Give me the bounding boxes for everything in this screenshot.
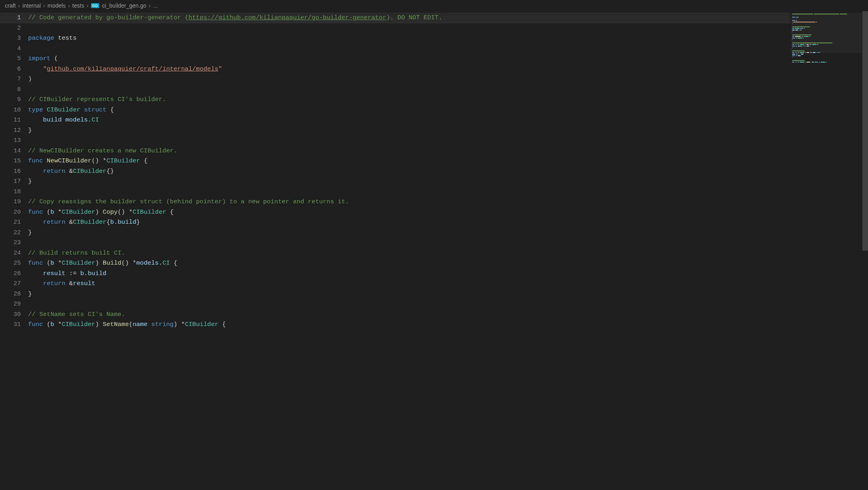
- line-number[interactable]: 6: [0, 64, 21, 75]
- code-line[interactable]: return &CIBuilder{b.build}: [28, 217, 790, 228]
- line-number[interactable]: 25: [0, 258, 21, 269]
- breadcrumb-item-craft[interactable]: craft: [5, 2, 16, 9]
- breadcrumb-item-tests[interactable]: tests: [72, 2, 84, 9]
- line-gutter[interactable]: 1234567891011121314151617181920212223242…: [0, 11, 28, 490]
- code-line[interactable]: [28, 238, 790, 248]
- line-number[interactable]: 17: [0, 176, 21, 187]
- line-number[interactable]: 20: [0, 207, 21, 218]
- breadcrumb[interactable]: craft › internal › models › tests › GO c…: [0, 0, 868, 11]
- code-line[interactable]: import (: [28, 54, 790, 64]
- line-number[interactable]: 2: [0, 23, 21, 34]
- editor-container: craft › internal › models › tests › GO c…: [0, 0, 868, 490]
- code-line[interactable]: // CIBuilder represents CI's builder.: [28, 95, 790, 105]
- code-line[interactable]: // NewCIBuilder creates a new CIBuilder.: [28, 146, 790, 156]
- line-number[interactable]: 23: [0, 238, 21, 248]
- line-number[interactable]: 13: [0, 136, 21, 146]
- code-line[interactable]: func (b *CIBuilder) Copy() *CIBuilder {: [28, 207, 790, 218]
- breadcrumb-item-internal[interactable]: internal: [22, 2, 41, 9]
- code-line[interactable]: // Build returns built CI.: [28, 248, 790, 259]
- code-line[interactable]: [28, 136, 790, 146]
- code-line[interactable]: type CIBuilder struct {: [28, 105, 790, 115]
- line-number[interactable]: 21: [0, 217, 21, 228]
- breadcrumb-item-more[interactable]: ...: [153, 2, 158, 9]
- minimap-viewport[interactable]: [791, 13, 862, 53]
- line-number[interactable]: 29: [0, 299, 21, 310]
- line-number[interactable]: 5: [0, 54, 21, 64]
- line-number[interactable]: 19: [0, 197, 21, 207]
- vertical-scrollbar[interactable]: [862, 11, 868, 490]
- code-line[interactable]: }: [28, 176, 790, 187]
- code-line[interactable]: build models.CI: [28, 115, 790, 126]
- code-line[interactable]: [28, 85, 790, 95]
- code-line[interactable]: }: [28, 126, 790, 136]
- chevron-right-icon: ›: [87, 2, 89, 9]
- line-number[interactable]: 26: [0, 269, 21, 279]
- code-line[interactable]: [28, 44, 790, 54]
- code-line[interactable]: result := b.build: [28, 269, 790, 279]
- chevron-right-icon: ›: [68, 2, 70, 9]
- chevron-right-icon: ›: [149, 2, 151, 9]
- line-number[interactable]: 27: [0, 279, 21, 289]
- line-number[interactable]: 15: [0, 156, 21, 166]
- code-line[interactable]: [28, 23, 790, 34]
- code-line[interactable]: // Code generated by go-builder-generato…: [28, 13, 790, 23]
- line-number[interactable]: 4: [0, 44, 21, 54]
- code-line[interactable]: ): [28, 74, 790, 85]
- code-line[interactable]: // Copy reassigns the builder struct (be…: [28, 197, 790, 207]
- line-number[interactable]: 7: [0, 74, 21, 85]
- line-number[interactable]: 30: [0, 310, 21, 320]
- code-content[interactable]: // Code generated by go-builder-generato…: [28, 11, 790, 490]
- code-line[interactable]: }: [28, 228, 790, 238]
- line-number[interactable]: 18: [0, 187, 21, 197]
- code-line[interactable]: return &result: [28, 279, 790, 289]
- line-number[interactable]: 9: [0, 95, 21, 105]
- code-line[interactable]: [28, 299, 790, 310]
- scrollbar-thumb[interactable]: [862, 11, 868, 251]
- code-line[interactable]: func (b *CIBuilder) SetName(name string)…: [28, 320, 790, 330]
- line-number[interactable]: 16: [0, 166, 21, 177]
- chevron-right-icon: ›: [43, 2, 45, 9]
- chevron-right-icon: ›: [18, 2, 20, 9]
- code-line[interactable]: "github.com/kilianpaquier/craft/internal…: [28, 64, 790, 75]
- line-number[interactable]: 31: [0, 320, 21, 330]
- line-number[interactable]: 1: [0, 13, 21, 23]
- code-line[interactable]: func NewCIBuilder() *CIBuilder {: [28, 156, 790, 166]
- code-line[interactable]: }: [28, 289, 790, 300]
- line-number[interactable]: 12: [0, 126, 21, 136]
- line-number[interactable]: 8: [0, 85, 21, 95]
- go-file-icon: GO: [91, 3, 101, 8]
- line-number[interactable]: 11: [0, 115, 21, 126]
- code-line[interactable]: [28, 187, 790, 197]
- code-area[interactable]: 1234567891011121314151617181920212223242…: [0, 11, 790, 490]
- line-number[interactable]: 22: [0, 228, 21, 238]
- line-number[interactable]: 28: [0, 289, 21, 300]
- breadcrumb-item-file[interactable]: ci_builder_gen.go: [102, 2, 147, 9]
- line-number[interactable]: 24: [0, 248, 21, 259]
- main-area: 1234567891011121314151617181920212223242…: [0, 11, 868, 490]
- code-line[interactable]: func (b *CIBuilder) Build() *models.CI {: [28, 258, 790, 269]
- line-number[interactable]: 3: [0, 33, 21, 44]
- line-number[interactable]: 10: [0, 105, 21, 115]
- code-line[interactable]: // SetName sets CI's Name.: [28, 310, 790, 320]
- breadcrumb-item-models[interactable]: models: [48, 2, 66, 9]
- minimap[interactable]: [790, 11, 862, 490]
- line-number[interactable]: 14: [0, 146, 21, 156]
- code-line[interactable]: package tests: [28, 33, 790, 44]
- code-line[interactable]: return &CIBuilder{}: [28, 166, 790, 177]
